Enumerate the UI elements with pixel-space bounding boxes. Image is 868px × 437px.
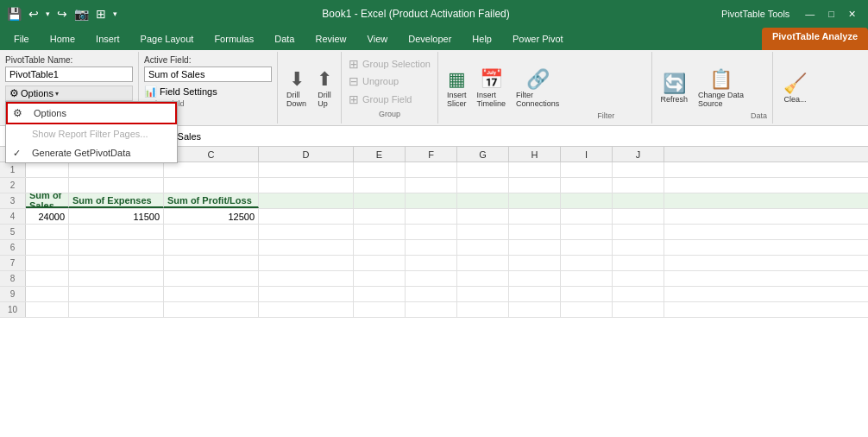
cell-A9[interactable] [26, 287, 69, 301]
cell-B8[interactable] [69, 271, 164, 286]
cell-E3[interactable] [354, 193, 406, 208]
cell-I6[interactable] [561, 240, 613, 255]
cell-J1[interactable] [613, 162, 664, 177]
cell-D6[interactable] [259, 240, 354, 255]
cell-H3[interactable] [509, 193, 561, 208]
cell-C7[interactable] [164, 256, 259, 270]
cell-G7[interactable] [457, 256, 509, 270]
cell-J5[interactable] [613, 225, 664, 239]
redo-icon[interactable]: ↪ [57, 7, 67, 21]
tab-page-layout[interactable]: Page Layout [130, 28, 204, 50]
cell-H8[interactable] [509, 271, 561, 286]
cell-H1[interactable] [509, 162, 561, 177]
drill-up-button[interactable]: ⬆ DrillUp [313, 66, 336, 110]
cell-B7[interactable] [69, 256, 164, 270]
cell-A2[interactable] [26, 178, 69, 193]
cell-J2[interactable] [613, 178, 664, 193]
cell-B1[interactable] [69, 162, 164, 177]
cell-F1[interactable] [406, 162, 457, 177]
insert-slicer-button[interactable]: ▦ Insert Slicer [443, 66, 470, 110]
tab-help[interactable]: Help [462, 28, 502, 50]
cell-D5[interactable] [259, 225, 354, 239]
cell-J7[interactable] [613, 256, 664, 270]
refresh-button[interactable]: 🔄 Refresh [657, 71, 692, 105]
cell-A6[interactable] [26, 240, 69, 255]
cell-G1[interactable] [457, 162, 509, 177]
cell-B10[interactable] [69, 302, 164, 317]
cell-C4[interactable]: 12500 [164, 209, 259, 224]
cell-B5[interactable] [69, 225, 164, 239]
undo-dropdown-icon[interactable]: ▾ [46, 10, 50, 18]
cell-H2[interactable] [509, 178, 561, 193]
cell-D10[interactable] [259, 302, 354, 317]
cell-A3[interactable]: Sum of Sales [26, 193, 69, 208]
cell-A4[interactable]: 24000 [26, 209, 69, 224]
cell-G9[interactable] [457, 287, 509, 301]
cell-F9[interactable] [406, 287, 457, 301]
col-header-D[interactable]: D [259, 147, 354, 162]
col-header-H[interactable]: H [509, 147, 561, 162]
cell-G2[interactable] [457, 178, 509, 193]
tab-data[interactable]: Data [264, 28, 305, 50]
cell-A8[interactable] [26, 271, 69, 286]
cell-E2[interactable] [354, 178, 406, 193]
cell-F2[interactable] [406, 178, 457, 193]
tab-file[interactable]: File [3, 28, 40, 50]
cell-E9[interactable] [354, 287, 406, 301]
tab-home[interactable]: Home [40, 28, 85, 50]
drill-down-button[interactable]: ⬇ DrillDown [283, 66, 310, 110]
cell-E6[interactable] [354, 240, 406, 255]
cell-F3[interactable] [406, 193, 457, 208]
cell-D3[interactable] [259, 193, 354, 208]
cell-F4[interactable] [406, 209, 457, 224]
cell-H4[interactable] [509, 209, 561, 224]
cell-E8[interactable] [354, 271, 406, 286]
cell-F7[interactable] [406, 256, 457, 270]
tab-insert[interactable]: Insert [85, 28, 130, 50]
cell-J9[interactable] [613, 287, 664, 301]
cell-I2[interactable] [561, 178, 613, 193]
cell-C10[interactable] [164, 302, 259, 317]
col-header-J[interactable]: J [613, 147, 664, 162]
col-header-E[interactable]: E [354, 147, 406, 162]
active-field-input[interactable] [144, 66, 272, 82]
cell-H6[interactable] [509, 240, 561, 255]
save-icon[interactable]: 💾 [7, 7, 22, 21]
cell-E7[interactable] [354, 256, 406, 270]
tab-formulas[interactable]: Formulas [204, 28, 264, 50]
cell-I1[interactable] [561, 162, 613, 177]
undo-icon[interactable]: ↩ [28, 7, 39, 21]
cell-I7[interactable] [561, 256, 613, 270]
cell-I3[interactable] [561, 193, 613, 208]
col-header-F[interactable]: F [406, 147, 457, 162]
cell-A1[interactable] [26, 162, 69, 177]
cell-D8[interactable] [259, 271, 354, 286]
cell-F8[interactable] [406, 271, 457, 286]
cell-E1[interactable] [354, 162, 406, 177]
cell-C8[interactable] [164, 271, 259, 286]
col-header-C[interactable]: C [164, 147, 259, 162]
filter-connections-button[interactable]: 🔗 Filter Connections [513, 66, 563, 110]
cell-D4[interactable] [259, 209, 354, 224]
group-field-button[interactable]: ⊞ Group Field [349, 92, 431, 106]
cell-E4[interactable] [354, 209, 406, 224]
col-header-I[interactable]: I [561, 147, 613, 162]
cell-I10[interactable] [561, 302, 613, 317]
cell-I9[interactable] [561, 287, 613, 301]
cell-J8[interactable] [613, 271, 664, 286]
cell-H10[interactable] [509, 302, 561, 317]
cell-B2[interactable] [69, 178, 164, 193]
cell-B6[interactable] [69, 240, 164, 255]
insert-timeline-button[interactable]: 📅 Insert Timeline [473, 66, 509, 110]
cell-G6[interactable] [457, 240, 509, 255]
cell-J6[interactable] [613, 240, 664, 255]
cell-J10[interactable] [613, 302, 664, 317]
cell-A10[interactable] [26, 302, 69, 317]
cell-B4[interactable]: 11500 [69, 209, 164, 224]
cell-I8[interactable] [561, 271, 613, 286]
cell-F5[interactable] [406, 225, 457, 239]
cell-G3[interactable] [457, 193, 509, 208]
cell-G5[interactable] [457, 225, 509, 239]
cell-E5[interactable] [354, 225, 406, 239]
cell-B3[interactable]: Sum of Expenses [69, 193, 164, 208]
